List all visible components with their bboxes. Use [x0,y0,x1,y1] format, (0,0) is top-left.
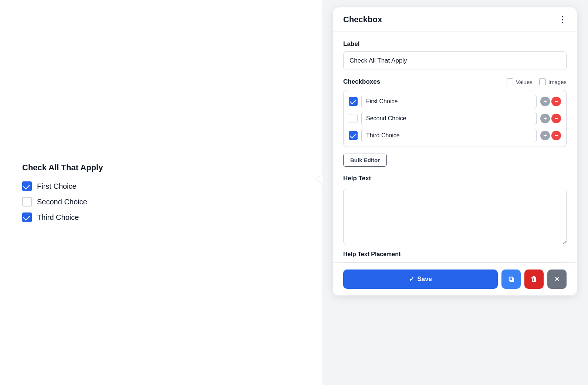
close-icon: ✕ [554,275,560,283]
panel-footer: ✓ Save ⧉ 🗑 ✕ [333,262,577,295]
label-input[interactable] [343,51,567,70]
checkbox-row-2: + − [349,112,561,125]
label-section-title: Label [343,40,567,48]
panel-body: Label Checkboxes Values Images [333,31,577,262]
cb-input-2[interactable] [361,112,537,125]
cb-box-3[interactable] [349,131,358,140]
cb-actions-3: + − [540,131,561,140]
images-checkbox[interactable] [539,78,546,85]
cb-add-btn-3[interactable]: + [540,131,550,140]
images-label: Images [548,79,567,85]
preview-checkbox-1[interactable] [22,181,32,191]
preview-item-2: Second Choice [22,197,103,207]
right-panel: Checkbox ⋮ Label Checkboxes Values Image… [322,0,588,385]
preview-area: Check All That Apply First Choice Second… [0,0,322,385]
copy-button[interactable]: ⧉ [501,270,521,289]
preview-title: Check All That Apply [22,163,103,173]
preview-label-3: Third Choice [37,213,79,222]
cb-remove-btn-2[interactable]: − [551,114,561,123]
more-options-icon[interactable]: ⋮ [558,16,567,24]
cb-add-btn-1[interactable]: + [540,97,550,106]
help-text-title: Help Text [343,175,567,182]
checkbox-row-3: + − [349,129,561,142]
preview-label-2: Second Choice [37,198,87,206]
checkboxes-section-header: Checkboxes Values Images [343,78,567,86]
preview-content: Check All That Apply First Choice Second… [22,163,103,222]
copy-icon: ⧉ [508,275,514,284]
cb-actions-1: + − [540,97,561,106]
values-checkbox[interactable] [507,78,513,85]
cb-remove-btn-3[interactable]: − [551,131,561,140]
cb-box-2[interactable] [349,114,358,123]
preview-checkbox-3[interactable] [22,212,32,222]
preview-item-3: Third Choice [22,212,103,222]
trash-icon: 🗑 [531,275,537,283]
panel-header: Checkbox ⋮ [333,7,577,31]
images-toggle[interactable]: Images [539,78,567,85]
save-label: Save [417,275,432,283]
checkbox-toggle-group: Values Images [507,78,567,85]
save-button[interactable]: ✓ Save [343,270,498,289]
panel-card: Checkbox ⋮ Label Checkboxes Values Image… [333,7,577,295]
close-button[interactable]: ✕ [547,270,567,289]
values-toggle[interactable]: Values [507,78,533,85]
values-label: Values [516,79,533,85]
panel-title: Checkbox [343,15,382,24]
connector-arrow [317,174,323,184]
save-check-icon: ✓ [409,275,414,283]
cb-box-1[interactable] [349,97,358,106]
delete-button[interactable]: 🗑 [524,270,544,289]
cb-actions-2: + − [540,114,561,123]
checkbox-row-1: + − [349,95,561,108]
cb-input-3[interactable] [361,129,537,142]
checkboxes-list: + − + − [343,90,567,147]
help-text-placement-label: Help Text Placement [343,251,567,262]
cb-input-1[interactable] [361,95,537,108]
preview-label-1: First Choice [37,182,77,191]
preview-item-1: First Choice [22,181,103,191]
checkboxes-section-title: Checkboxes [343,78,507,86]
help-text-textarea[interactable] [343,189,567,244]
cb-add-btn-2[interactable]: + [540,114,550,123]
bulk-editor-button[interactable]: Bulk Editor [343,154,387,167]
cb-remove-btn-1[interactable]: − [551,97,561,106]
help-text-section: Help Text [343,175,567,246]
preview-checkbox-2[interactable] [22,197,32,207]
